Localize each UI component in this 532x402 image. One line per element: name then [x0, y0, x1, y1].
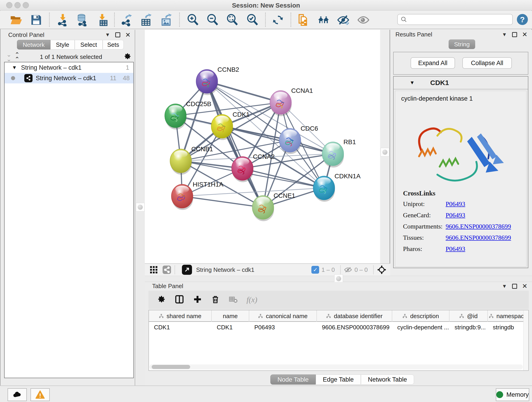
table-cell[interactable]: P06493	[249, 322, 317, 332]
table-vertical-scrollbar[interactable]	[523, 310, 528, 370]
crosslink-link[interactable]: P06493	[446, 200, 465, 208]
tab-network-table[interactable]: Network Table	[361, 375, 414, 385]
clone-network-icon[interactable]	[297, 13, 310, 26]
crosslink-link[interactable]: 9606.ENSP00000378699	[446, 223, 511, 230]
column-header-name[interactable]: name	[212, 310, 249, 322]
results-panel-float-icon[interactable]	[512, 32, 517, 37]
table-options-gear-icon[interactable]	[157, 295, 166, 305]
delete-column-icon[interactable]	[211, 295, 220, 305]
zoom-fit-icon[interactable]	[226, 13, 239, 26]
network-share-icon[interactable]	[162, 265, 171, 274]
column-header-description[interactable]: description	[392, 310, 450, 322]
tab-select[interactable]: Select	[75, 40, 103, 50]
expand-all-networks-icon[interactable]: ⌃⌃	[15, 52, 19, 61]
section-collapse-caret-icon[interactable]: ▼	[410, 80, 415, 86]
horizontal-splitter[interactable]	[145, 276, 532, 282]
results-panel-menu-icon[interactable]: ▼	[502, 32, 507, 38]
tree-expand-caret-icon[interactable]: ▼	[12, 65, 17, 70]
table-cell[interactable]: CDK1	[212, 322, 249, 332]
crosslink-link[interactable]: 9606.ENSP00000378699	[446, 234, 511, 241]
network-collection-row[interactable]: ▼ String Network – cdk1 1	[5, 62, 133, 73]
search-input[interactable]	[407, 16, 506, 23]
scrollbar-thumb[interactable]	[152, 365, 190, 369]
table-panel-menu-icon[interactable]: ▼	[502, 283, 507, 289]
collapse-all-button[interactable]: Collapse All	[462, 57, 512, 69]
tab-network[interactable]: Network	[17, 40, 51, 50]
export-network-icon[interactable]	[120, 13, 133, 26]
tab-string[interactable]: String	[449, 39, 475, 49]
network-options-gear-icon[interactable]	[123, 52, 132, 61]
crosslink-link[interactable]: P06493	[446, 245, 465, 253]
export-image-icon[interactable]	[160, 13, 173, 26]
network-node-CDKN1A[interactable]: CDKN1A	[313, 172, 361, 202]
table-cell[interactable]: CDK1	[149, 322, 212, 332]
left-splitter-handle[interactable]	[136, 203, 145, 211]
network-edge[interactable]	[182, 196, 263, 207]
network-edge[interactable]	[207, 81, 263, 207]
table-panel-float-icon[interactable]	[512, 284, 517, 289]
birdseye-view-icon[interactable]	[377, 265, 386, 274]
export-table-icon[interactable]	[140, 13, 152, 26]
selected-count-checkbox-icon[interactable]: ✓	[311, 266, 319, 274]
delete-table-icon[interactable]	[229, 295, 238, 305]
table-cell[interactable]: stringdb:9...	[450, 322, 488, 332]
tab-edge-table[interactable]: Edge Table	[316, 375, 361, 385]
cdk1-section-header[interactable]: ▼ CDK1	[394, 77, 528, 89]
network-edge[interactable]	[207, 81, 281, 102]
help-icon[interactable]: ?	[517, 14, 528, 25]
column-header-namespace[interactable]: namespace	[488, 310, 529, 322]
control-panel-close-icon[interactable]: ✕	[125, 31, 131, 39]
open-in-new-window-icon[interactable]	[182, 265, 192, 275]
search-box[interactable]	[397, 14, 513, 25]
apply-layout-icon[interactable]	[272, 13, 284, 26]
table-horizontal-scrollbar[interactable]	[149, 364, 523, 370]
import-network-database-icon[interactable]	[76, 13, 89, 26]
zoom-selected-icon[interactable]	[246, 13, 259, 26]
column-header-shared-name[interactable]: shared name	[149, 310, 212, 322]
table-cell[interactable]: stringdb	[488, 322, 529, 332]
column-header-canonical-name[interactable]: canonical name	[249, 310, 317, 322]
table-row[interactable]: CDK1CDK1P064939606.ENSP00000378699cyclin…	[149, 322, 529, 332]
hide-selected-eye-slash-icon[interactable]	[337, 13, 350, 26]
collapse-all-networks-icon[interactable]: ⌄⌄	[6, 52, 11, 61]
tab-node-table[interactable]: Node Table	[270, 375, 316, 385]
right-splitter-handle[interactable]	[380, 148, 389, 157]
import-table-file-icon[interactable]	[96, 13, 109, 26]
table-panel-close-icon[interactable]: ✕	[522, 282, 527, 290]
save-session-icon[interactable]	[30, 13, 43, 26]
tab-style[interactable]: Style	[51, 40, 75, 50]
column-header-@id[interactable]: @id	[450, 310, 488, 322]
import-network-file-icon[interactable]	[56, 13, 69, 26]
grid-view-icon[interactable]	[149, 265, 158, 274]
warnings-button[interactable]	[31, 388, 50, 401]
network-node-CCNE1[interactable]: CCNE1	[252, 192, 295, 221]
function-builder-icon[interactable]: f(x)	[247, 295, 257, 304]
control-panel-menu-icon[interactable]: ▼	[105, 32, 110, 38]
network-row-selected[interactable]: String Network – cdk1 11 48	[5, 73, 133, 83]
network-node-CCNB1[interactable]: CCNB1	[170, 146, 213, 175]
add-column-icon[interactable]	[193, 295, 202, 305]
network-canvas[interactable]: CCNB2CCNA1CDC25BCDK1CDC6RB1CCNB1CCNA2CDK…	[145, 30, 380, 263]
network-node-CDC6[interactable]: CDC6	[279, 125, 318, 154]
tab-sets[interactable]: Sets	[103, 40, 124, 50]
show-columns-icon[interactable]	[175, 294, 184, 305]
column-header-database-identifier[interactable]: database identifier	[317, 310, 392, 322]
first-neighbors-icon[interactable]	[317, 13, 330, 26]
network-node-RB1[interactable]: RB1	[322, 138, 356, 167]
network-right-splitter[interactable]	[380, 30, 390, 263]
memory-button[interactable]: Memory	[496, 388, 529, 401]
open-session-icon[interactable]	[10, 13, 22, 26]
control-panel-float-icon[interactable]	[115, 32, 120, 37]
crosslink-link[interactable]: P06493	[446, 211, 465, 219]
table-cell[interactable]: 9606.ENSP00000378699	[317, 322, 392, 332]
left-splitter[interactable]	[136, 30, 145, 385]
results-panel-close-icon[interactable]: ✕	[522, 31, 527, 38]
zoom-out-icon[interactable]	[206, 13, 219, 26]
expand-all-button[interactable]: Expand All	[411, 57, 455, 69]
network-node-CDK1[interactable]: CDK1	[211, 111, 250, 140]
cloud-button[interactable]	[7, 388, 27, 401]
zoom-in-icon[interactable]	[186, 13, 199, 26]
network-node-CCNA1[interactable]: CCNA1	[270, 87, 313, 116]
table-cell[interactable]: cyclin-dependent ...	[392, 322, 450, 332]
show-all-eye-icon[interactable]	[357, 13, 370, 26]
